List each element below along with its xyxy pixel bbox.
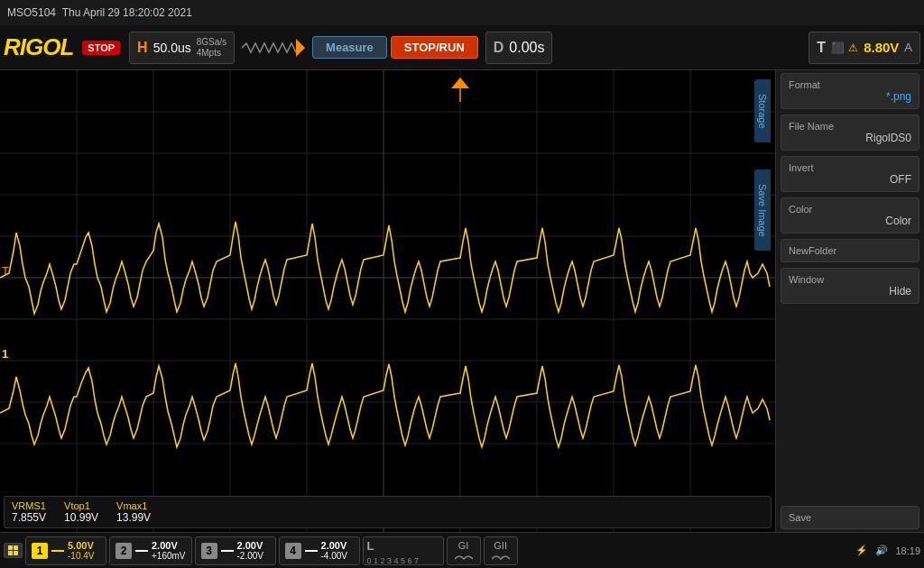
ch4-volt: 2.00V — [321, 540, 347, 551]
format-label: Format — [789, 79, 911, 90]
ch2-volt: 2.00V — [152, 540, 186, 551]
stoprun-button[interactable]: STOP/RUN — [391, 36, 478, 59]
side-panel: Storage Save Image Format *.png File Nam… — [775, 70, 924, 532]
h-label: H — [137, 40, 148, 56]
stop-badge[interactable]: STOP — [82, 41, 120, 55]
storage-tab[interactable]: Storage — [754, 79, 771, 142]
logic-range1: 0 1 2 3 4 5 6 7 — [367, 556, 420, 565]
meas-vtop-label: Vtop1 — [64, 500, 98, 511]
trigger-arrow-icon — [296, 39, 305, 57]
newfolder-label: NewFolder — [789, 245, 911, 256]
save-image-tab[interactable]: Save Image — [754, 169, 771, 251]
meas-vmax: Vmax1 13.99V — [116, 500, 151, 524]
gi-wave-icon — [455, 552, 473, 561]
gi-label: GI — [458, 540, 469, 551]
color-value: Color — [789, 215, 911, 227]
measurement-bar: VRMS1 7.855V Vtop1 10.99V Vmax1 13.99V — [4, 496, 772, 528]
rigol-logo: RIGOL — [4, 33, 73, 61]
color-button[interactable]: Color Color — [781, 197, 919, 234]
ch2-line — [135, 550, 148, 552]
datetime: Thu April 29 18:20:02 2021 — [62, 6, 192, 19]
ch2-number: 2 — [116, 543, 132, 559]
grid-cell-1 — [8, 545, 13, 550]
timebase-value: 50.0us — [153, 41, 191, 55]
invert-button[interactable]: Invert OFF — [781, 156, 919, 192]
ch3-line — [221, 550, 234, 552]
invert-value: OFF — [789, 173, 911, 186]
channel-4-button[interactable]: 4 2.00V -4.00V — [279, 536, 360, 565]
trigger-level-group: T ⬛ ⚠ 8.80V A — [808, 32, 920, 64]
channel-3-button[interactable]: 3 2.00V -2.00V — [195, 536, 276, 565]
filename-button[interactable]: File Name RigolDS0 — [781, 115, 919, 151]
filename-label: File Name — [789, 121, 911, 132]
scope-display: T 1 VRMS1 7.855V Vtop1 10.99V Vmax1 13.9… — [0, 70, 775, 532]
svg-rect-1 — [0, 70, 775, 532]
ch1-number: 1 — [32, 543, 48, 559]
t-label: T — [817, 40, 826, 56]
channel-1-button[interactable]: 1 5.00V -10.4V — [25, 536, 106, 565]
meas-vmax-label: Vmax1 — [116, 500, 151, 511]
logic-button[interactable]: L 0 1 2 3 4 5 6 7 8 9 1011 1213 1415 — [363, 536, 444, 565]
ch-label: A — [904, 41, 912, 54]
svg-marker-0 — [296, 39, 305, 57]
clock-time: 18:19 — [895, 545, 920, 556]
color-label: Color — [789, 204, 911, 215]
sample-rate: 8GSa/s — [197, 37, 226, 48]
timebase-group: H 50.0us 8GSa/s 4Mpts — [129, 32, 235, 64]
ch1-info: 5.00V -10.4V — [68, 540, 94, 561]
channel-2-button[interactable]: 2 2.00V +160mV — [109, 536, 192, 565]
bottom-bar: 1 5.00V -10.4V 2 2.00V +160mV 3 2.00V -2… — [0, 532, 924, 568]
ch4-offset: -4.00V — [321, 551, 347, 561]
gii-button[interactable]: GII — [484, 536, 518, 565]
bottom-right: ⚡ 🔊 18:19 — [855, 545, 920, 556]
ch1-volt: 5.00V — [68, 540, 94, 551]
gi-button[interactable]: GI — [447, 536, 481, 565]
meas-vtop: Vtop1 10.99V — [64, 500, 98, 524]
trigger-icons: ⬛ ⚠ — [831, 41, 858, 54]
speaker-icon: 🔊 — [875, 545, 888, 556]
device-id: MSO5104 — [7, 6, 56, 19]
filename-value: RigolDS0 — [789, 132, 911, 144]
meas-vmax-value: 13.99V — [116, 511, 151, 524]
trigger-icon2: ⚠ — [848, 41, 858, 54]
toolbar: RIGOL STOP H 50.0us 8GSa/s 4Mpts Measure… — [0, 25, 924, 70]
trigger-level-marker: T — [2, 264, 9, 278]
window-value: Hide — [789, 285, 911, 298]
trigger-indicator — [242, 39, 305, 57]
invert-label: Invert — [789, 162, 911, 173]
gii-wave-icon — [492, 552, 510, 561]
ch3-volt: 2.00V — [237, 540, 263, 551]
window-label: Window — [789, 274, 911, 285]
meas-vrms-value: 7.855V — [12, 511, 46, 524]
grid-cell-4 — [14, 551, 18, 555]
save-button[interactable]: Save — [781, 506, 919, 529]
ch1-level-marker: 1 — [2, 347, 8, 361]
trigger-wave-icon — [242, 39, 296, 57]
sample-info: 8GSa/s 4Mpts — [197, 37, 226, 59]
grid-cell-3 — [8, 551, 13, 555]
ch4-line — [305, 550, 318, 552]
format-button[interactable]: Format *.png — [781, 73, 919, 109]
usb-icon: ⚡ — [855, 545, 868, 556]
ch3-offset: -2.00V — [237, 551, 263, 561]
main-area: T 1 VRMS1 7.855V Vtop1 10.99V Vmax1 13.9… — [0, 70, 924, 532]
meas-vrms-label: VRMS1 — [12, 500, 46, 511]
ch2-info: 2.00V +160mV — [152, 540, 186, 561]
format-value: *.png — [789, 90, 911, 103]
delay-group: D 0.00s — [485, 32, 553, 64]
ch4-number: 4 — [285, 543, 301, 559]
ch2-offset: +160mV — [152, 551, 186, 561]
trigger-icon1: ⬛ — [831, 41, 845, 54]
ch4-info: 2.00V -4.00V — [321, 540, 347, 561]
top-bar: MSO5104 Thu April 29 18:20:02 2021 — [0, 0, 924, 25]
measure-button[interactable]: Measure — [312, 36, 387, 59]
grid-cell-2 — [14, 545, 18, 550]
save-label: Save — [789, 512, 911, 523]
newfolder-button[interactable]: NewFolder — [781, 239, 919, 262]
window-button[interactable]: Window Hide — [781, 268, 919, 304]
logic-label: L — [367, 539, 374, 553]
d-label: D — [494, 40, 504, 56]
ch3-number: 3 — [201, 543, 217, 559]
grid-icon-button[interactable] — [4, 543, 23, 558]
sample-pts: 4Mpts — [197, 48, 226, 59]
